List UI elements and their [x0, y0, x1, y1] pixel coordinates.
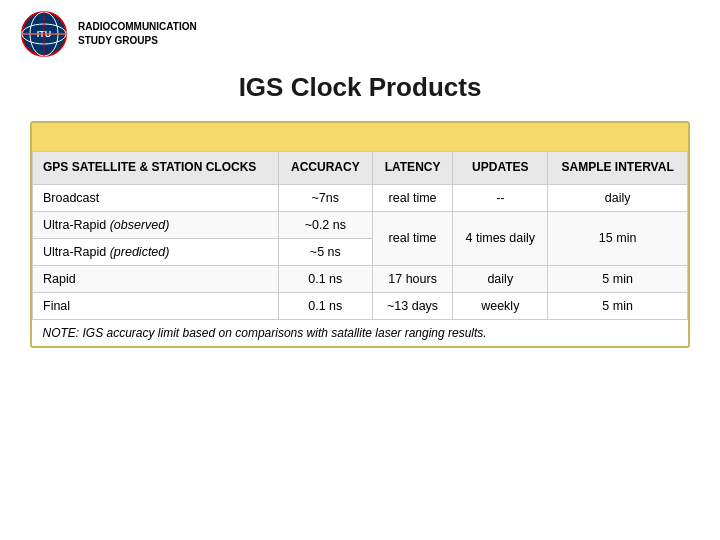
table-row: Final 0.1 ns ~13 days weekly 5 min — [33, 292, 688, 319]
row-updates: weekly — [453, 292, 548, 319]
col-header-latency: LATENCY — [372, 152, 453, 185]
table-row: Broadcast ~7ns real time -- daily — [33, 184, 688, 211]
itu-logo: ITU — [20, 10, 68, 58]
row-updates: 4 times daily — [453, 211, 548, 265]
row-latency: real time — [372, 211, 453, 265]
row-interval: 5 min — [548, 292, 688, 319]
row-latency: ~13 days — [372, 292, 453, 319]
row-accuracy: 0.1 ns — [278, 292, 372, 319]
row-accuracy: ~5 ns — [278, 238, 372, 265]
page-title: IGS Clock Products — [0, 64, 720, 121]
logo-area: ITU RADIOCOMMUNICATION STUDY GROUPS — [20, 10, 197, 58]
col-header-updates: UPDATES — [453, 152, 548, 185]
org-name: RADIOCOMMUNICATION STUDY GROUPS — [78, 20, 197, 48]
note-row: NOTE: IGS accuracy limit based on compar… — [33, 319, 688, 346]
page: ITU RADIOCOMMUNICATION STUDY GROUPS IGS … — [0, 0, 720, 540]
row-interval: daily — [548, 184, 688, 211]
row-accuracy: ~7ns — [278, 184, 372, 211]
row-name-italic: (observed) — [110, 218, 170, 232]
row-name: Broadcast — [33, 184, 279, 211]
table-note: NOTE: IGS accuracy limit based on compar… — [33, 319, 688, 346]
col-header-name: GPS SATELLITE & STATION CLOCKS — [33, 152, 279, 185]
row-name: Ultra-Rapid (observed) — [33, 211, 279, 238]
table-row: Ultra-Rapid (observed) ~0.2 ns real time… — [33, 211, 688, 238]
row-interval: 15 min — [548, 211, 688, 265]
table-row: Rapid 0.1 ns 17 hours daily 5 min — [33, 265, 688, 292]
table-container: GPS SATELLITE & STATION CLOCKS ACCURACY … — [30, 121, 690, 348]
row-name: Final — [33, 292, 279, 319]
row-updates: daily — [453, 265, 548, 292]
row-name: Ultra-Rapid (predicted) — [33, 238, 279, 265]
row-latency: real time — [372, 184, 453, 211]
row-interval: 5 min — [548, 265, 688, 292]
col-header-accuracy: ACCURACY — [278, 152, 372, 185]
row-name-italic: (predicted) — [110, 245, 170, 259]
col-header-interval: SAMPLE INTERVAL — [548, 152, 688, 185]
row-accuracy: 0.1 ns — [278, 265, 372, 292]
row-latency: 17 hours — [372, 265, 453, 292]
row-updates: -- — [453, 184, 548, 211]
row-name: Rapid — [33, 265, 279, 292]
table-top-bar — [32, 123, 688, 151]
row-accuracy: ~0.2 ns — [278, 211, 372, 238]
table-header-row: GPS SATELLITE & STATION CLOCKS ACCURACY … — [33, 152, 688, 185]
igs-clock-table: GPS SATELLITE & STATION CLOCKS ACCURACY … — [32, 151, 688, 346]
header: ITU RADIOCOMMUNICATION STUDY GROUPS — [0, 0, 720, 64]
